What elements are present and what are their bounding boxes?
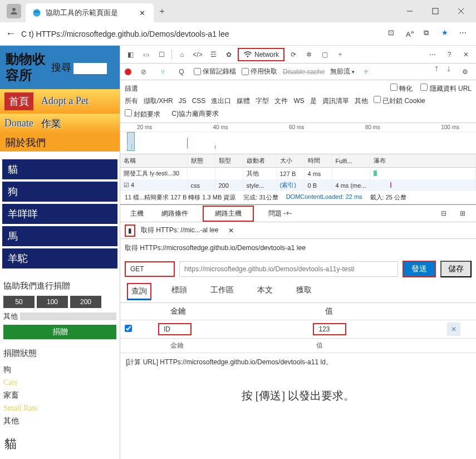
request-tab-title[interactable]: 取得 HTTPs: //mic...-al lee xyxy=(141,226,218,235)
tab-workspace[interactable]: 工作區 xyxy=(207,283,237,300)
table-row[interactable]: 開發工具 ly-testi...30其他127 B4 ms xyxy=(120,168,476,180)
online-icon[interactable]: ᯤ xyxy=(360,65,374,79)
app-icon[interactable]: ⊡ xyxy=(388,28,399,40)
collections-icon[interactable]: ⧉ xyxy=(424,28,435,40)
performance-icon[interactable]: ⟳ xyxy=(287,48,300,61)
search-icon[interactable]: Q xyxy=(175,65,188,79)
param-enabled-checkbox[interactable] xyxy=(125,325,132,332)
http-method-select[interactable]: GET xyxy=(125,261,175,277)
settings-icon[interactable]: ⋯ xyxy=(426,48,439,61)
blocked-req-checkbox[interactable]: 封鎖要求 xyxy=(125,109,160,119)
send-button[interactable]: 發送 xyxy=(403,261,436,277)
filter-type[interactable]: 字型 xyxy=(256,96,269,106)
animal-item[interactable]: 狗 xyxy=(2,182,117,202)
nav-about[interactable]: 關於我們 xyxy=(0,134,120,152)
save-button[interactable]: 儲存 xyxy=(440,261,472,277)
tab-headers[interactable]: 標頭 xyxy=(168,283,190,300)
animal-item[interactable]: 羊咩咩 xyxy=(2,204,117,224)
nav-donate[interactable]: Donate xyxy=(4,118,33,129)
param-row-empty[interactable]: 金鑰 值 xyxy=(120,339,476,353)
drawer-expand-icon[interactable]: ⊟ xyxy=(437,207,450,220)
sources-icon[interactable]: ✿ xyxy=(222,48,235,61)
param-row[interactable]: ID 123 ✕ xyxy=(120,320,476,339)
record-button[interactable] xyxy=(125,69,131,75)
application-icon[interactable]: ▢ xyxy=(318,48,331,61)
param-value-input[interactable]: 123 xyxy=(313,323,346,335)
filter-type[interactable]: WS xyxy=(293,97,304,105)
filter-type[interactable]: 進出口 xyxy=(211,96,231,106)
url-input[interactable] xyxy=(179,261,398,277)
url-display[interactable]: C t) HTTPs://microsoftedge.github.io/Dem… xyxy=(21,30,382,38)
tab-fetch[interactable]: 獲取 xyxy=(293,283,315,300)
delete-param-button[interactable]: ✕ xyxy=(447,323,460,336)
animal-item[interactable]: 羊駝 xyxy=(2,248,117,268)
network-requests-table[interactable]: 名稱 狀態 類型 啟動者 大小 時間 Fulfi... 瀑布 開發工具 ly-t… xyxy=(120,154,476,204)
throttle-select[interactable]: 無節流 xyxy=(330,67,355,76)
nav-adopt[interactable]: Adopt a Pet xyxy=(41,95,89,107)
network-tab[interactable]: Network xyxy=(238,48,284,61)
filter-type[interactable]: 所有 xyxy=(125,96,138,106)
elements-icon[interactable]: </> xyxy=(191,48,204,61)
close-request-tab[interactable]: ✕ xyxy=(228,227,234,235)
nav-jobs[interactable]: 作業 xyxy=(41,117,61,130)
drawer-tab-host[interactable]: 主機 xyxy=(127,207,147,221)
reader-icon[interactable]: A» xyxy=(406,28,417,40)
clear-icon[interactable]: ⊘ xyxy=(137,65,150,79)
device-icon[interactable]: ▭ xyxy=(139,48,153,61)
filter-type[interactable]: JS xyxy=(179,97,187,105)
tab-body[interactable]: 本文 xyxy=(254,283,276,300)
animal-item[interactable]: 馬 xyxy=(2,226,117,246)
minimize-button[interactable] xyxy=(397,2,423,20)
panel-icon[interactable]: ☐ xyxy=(155,48,168,61)
browser-tab[interactable]: 協助工具的示範頁面是 ✕ xyxy=(26,3,154,22)
filter-type[interactable]: 文件 xyxy=(274,96,288,106)
upload-icon[interactable]: ⤒ xyxy=(434,65,439,79)
animal-item[interactable]: 貓 xyxy=(2,159,117,179)
filter-type[interactable]: 資訊清單 xyxy=(322,96,349,106)
filter-type[interactable]: 媒體 xyxy=(237,96,250,106)
maximize-button[interactable] xyxy=(423,2,448,20)
drawer-dock-icon[interactable]: ⊞ xyxy=(456,207,469,220)
donate-button[interactable]: 捐贈 xyxy=(3,325,116,339)
hide-url-checkbox[interactable]: 隱藏資料 URL xyxy=(420,84,472,94)
preserve-log-checkbox[interactable]: 保留記錄檔 xyxy=(194,67,236,76)
profile-avatar[interactable] xyxy=(7,4,21,18)
filter-type[interactable]: 是 xyxy=(310,96,317,106)
amount-button[interactable]: 50 xyxy=(3,296,35,308)
more-icon[interactable]: ⋯ xyxy=(459,28,470,40)
console-icon[interactable]: ☲ xyxy=(207,48,220,61)
welcome-icon[interactable]: ⌂ xyxy=(175,48,189,61)
back-button[interactable]: ← xyxy=(6,28,16,40)
filter-type[interactable]: CSS xyxy=(192,97,206,105)
inspect-icon[interactable]: ◧ xyxy=(124,48,137,61)
request-indicator-icon[interactable]: ▮ xyxy=(125,224,135,237)
amount-button[interactable]: 100 xyxy=(37,296,68,308)
convert-checkbox[interactable]: 轉化 xyxy=(390,84,413,94)
filter-type[interactable]: 其他 xyxy=(355,96,368,106)
filter-type[interactable]: 擷取/XHR xyxy=(144,96,173,106)
nav-home[interactable]: 首頁 xyxy=(4,92,33,110)
new-tab-button[interactable]: ＋ xyxy=(154,6,170,17)
tab-query[interactable]: 查詢 xyxy=(127,283,151,300)
drawer-tab-nethost[interactable]: 網路主機 xyxy=(203,206,254,222)
download-icon[interactable]: ⤓ xyxy=(446,65,452,79)
help-icon[interactable]: ? xyxy=(443,48,456,61)
close-devtools-icon[interactable]: ✕ xyxy=(459,48,473,61)
amount-button[interactable]: 200 xyxy=(70,296,101,308)
close-window-button[interactable] xyxy=(448,2,474,20)
more-tabs-icon[interactable]: ＋ xyxy=(333,48,347,61)
filter-label[interactable]: 篩選 xyxy=(125,84,138,94)
locked-cookie-checkbox[interactable]: 已封鎖 Cookie xyxy=(374,96,425,106)
drawer-tab-issues[interactable]: 問題 -+- xyxy=(265,207,295,221)
memory-icon[interactable]: ✲ xyxy=(302,48,316,61)
other-amount-input[interactable] xyxy=(20,312,116,320)
close-tab-icon[interactable]: ✕ xyxy=(139,9,147,17)
disable-cache-checkbox[interactable]: 停用快取 xyxy=(242,67,277,76)
param-key-input[interactable]: ID xyxy=(158,323,192,335)
drawer-tab-cond[interactable]: 網路條件 xyxy=(158,207,192,221)
search-input[interactable] xyxy=(73,63,107,74)
network-timeline[interactable]: 20 ms 40 ms 60 ms 80 ms 100 ms xyxy=(120,123,476,154)
table-row[interactable]: ☑ 4css200style...(索引)0 B4 ms (me... xyxy=(120,179,476,191)
favorite-star-icon[interactable]: ★ xyxy=(441,28,453,40)
gear-icon[interactable]: ⚙ xyxy=(458,65,472,79)
